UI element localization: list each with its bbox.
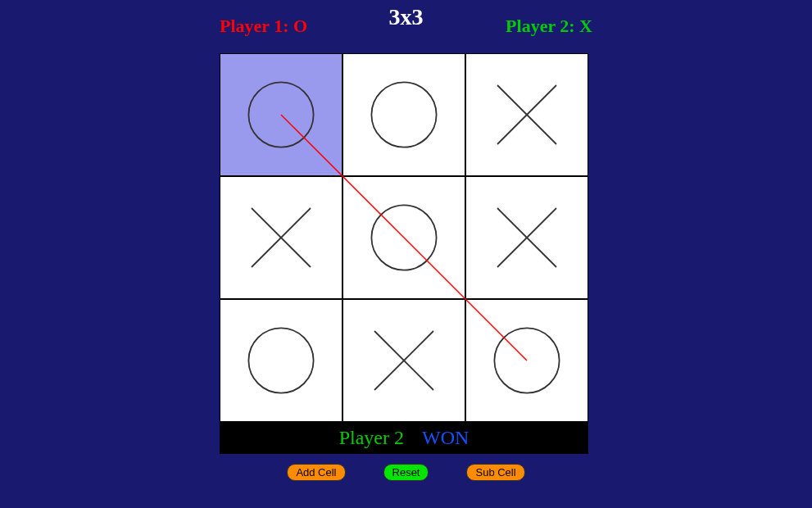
cross-icon — [490, 201, 564, 274]
cross-icon — [367, 324, 441, 397]
circle-icon — [367, 78, 441, 152]
cell-0[interactable] — [220, 53, 342, 176]
circle-icon — [490, 324, 564, 397]
player1-label: Player 1: O — [220, 16, 307, 37]
circle-icon — [244, 78, 318, 152]
board-wrapper: Player 2 WON — [220, 53, 592, 454]
buttons-row: Add Cell Reset Sub Cell — [222, 464, 591, 481]
svg-point-9 — [248, 328, 313, 392]
cell-2[interactable] — [465, 53, 588, 176]
status-player-text: Player 2 — [339, 427, 404, 448]
cell-7[interactable] — [342, 299, 465, 422]
svg-point-12 — [494, 328, 559, 392]
svg-point-0 — [248, 82, 313, 147]
cell-1[interactable] — [342, 53, 465, 176]
cell-6[interactable] — [220, 299, 342, 422]
circle-icon — [367, 201, 441, 274]
player2-label: Player 2: X — [506, 16, 592, 37]
sub-cell-button[interactable]: Sub Cell — [466, 464, 524, 481]
cell-8[interactable] — [465, 299, 588, 422]
game-board — [220, 53, 588, 422]
cross-icon — [244, 201, 318, 274]
status-bar: Player 2 WON — [220, 422, 588, 454]
circle-icon — [244, 324, 318, 397]
reset-button[interactable]: Reset — [383, 464, 429, 481]
cell-5[interactable] — [465, 176, 588, 299]
add-cell-button[interactable]: Add Cell — [287, 464, 345, 481]
cell-4[interactable] — [342, 176, 465, 299]
svg-point-6 — [371, 205, 436, 270]
status-result-text: WON — [422, 427, 469, 448]
game-header: 3x3 Player 1: O Player 2: X — [220, 0, 592, 37]
svg-point-1 — [371, 82, 436, 147]
cross-icon — [490, 78, 564, 152]
cell-3[interactable] — [220, 176, 342, 299]
